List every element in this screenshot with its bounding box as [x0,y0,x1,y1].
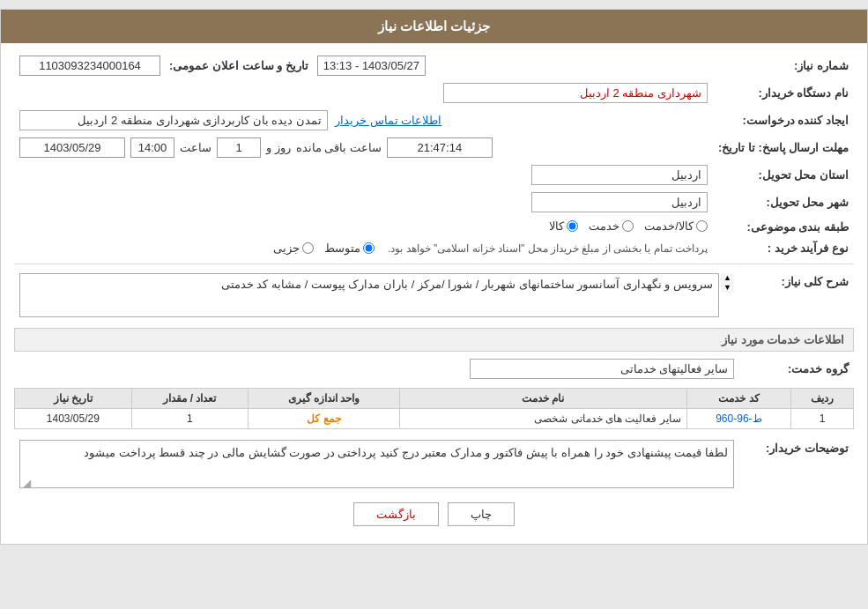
row-buyer-notes: توضیحات خریدار: لطفا قیمت پیشنهادی خود ر… [14,436,854,492]
response-remaining-value: 21:47:14 [387,137,493,158]
category-option-kala[interactable]: کالا [549,219,578,233]
purchase-type-radio-medium[interactable] [363,242,375,254]
category-radio-kala[interactable] [567,220,578,232]
services-table-header: ردیف کد خدمت نام خدمت واحد اندازه گیری ت… [15,389,854,409]
table-row: 1 ط-96-960 سایر فعالیت های خدماتی شخصی ج… [15,409,854,429]
purchase-type-note: پرداخت تمام یا بخشی از مبلغ خریداز محل "… [388,242,708,255]
category-radio-khadmat[interactable] [622,220,634,232]
col-name: نام خدمت [400,389,687,409]
purchase-type-row: پرداخت تمام یا بخشی از مبلغ خریداز محل "… [19,241,708,255]
response-day-label: روز و [266,141,291,154]
creator-value: تمدن دیده بان کاربردازی شهرداری منطقه 2 … [19,110,328,130]
services-table: ردیف کد خدمت نام خدمت واحد اندازه گیری ت… [14,388,854,429]
service-group-label: گروه خدمت: [739,355,854,382]
category-option-kala-khadmat[interactable]: کالا/خدمت [644,219,708,233]
purchase-type-radio-group: متوسط جزیی [273,241,375,255]
city-label: شهر محل تحویل: [713,189,854,216]
col-date: تاریخ نیاز [15,389,132,409]
scroll-up-arrow[interactable]: ▲ [721,273,734,283]
main-form-table: شماره نیاز: 1403/05/27 - 13:13 تاریخ و س… [14,52,854,258]
cell-date: 1403/05/29 [15,409,132,429]
need-desc-label: شرح کلی نیاز: [739,270,854,321]
cell-code: ط-96-960 [686,409,791,429]
buyer-notes-cell: لطفا قیمت پیشنهادی خود را همراه با پیش ف… [14,436,739,492]
category-radio-group: کالا/خدمت خدمت کالا [549,219,708,233]
service-group-table: گروه خدمت: سایر فعالیتهای خدماتی [14,355,854,382]
row-need-desc: شرح کلی نیاز: ▲ ▼ سرویس و نگهداری آسانسو… [14,270,854,321]
row-response-deadline: مهلت ارسال پاسخ: تا تاریخ: 21:47:14 ساعت… [14,134,854,161]
purchase-type-small-label: جزیی [273,241,300,255]
content-area: شماره نیاز: 1403/05/27 - 13:13 تاریخ و س… [1,43,867,544]
category-cell: کالا/خدمت خدمت کالا [14,216,713,238]
need-number-label: شماره نیاز: [713,52,854,79]
buyer-org-cell: شهرداری منطقه 2 اردبیل [14,79,713,107]
col-row: ردیف [791,389,854,409]
row-buyer-org: نام دستگاه خریدار: شهرداری منطقه 2 اردبی… [14,79,854,107]
buyer-notes-label: توضیحات خریدار: [739,436,854,492]
page-header: جزئیات اطلاعات نیاز [1,10,867,43]
desc-table: شرح کلی نیاز: ▲ ▼ سرویس و نگهداری آسانسو… [14,270,854,321]
row-service-group: گروه خدمت: سایر فعالیتهای خدماتی [14,355,854,382]
province-value: اردبیل [531,165,708,185]
purchase-type-medium[interactable]: متوسط [324,241,375,255]
need-desc-wrapper: ▲ ▼ سرویس و نگهداری آسانسور ساختمانهای ش… [19,273,734,317]
buyer-org-value: شهرداری منطقه 2 اردبیل [443,83,708,103]
category-label: طبقه بندی موضوعی: [713,216,854,238]
response-date-value: 1403/05/29 [19,137,125,158]
category-option-khadmat[interactable]: خدمت [589,219,634,233]
service-group-cell: سایر فعالیتهای خدماتی [14,355,739,382]
cell-row: 1 [791,409,854,429]
scroll-arrows-wrapper: ▲ ▼ [721,273,734,293]
response-deadline-cell: 21:47:14 ساعت باقی مانده روز و 1 ساعت 14… [14,134,713,161]
creator-cell: اطلاعات تماس خریدار تمدن دیده بان کاربرد… [14,107,713,134]
creator-label: ایجاد کننده درخواست: [713,107,854,134]
row-city: شهر محل تحویل: اردبیل [14,189,854,216]
cell-unit: جمع کل [249,409,400,429]
response-remaining-label: ساعت باقی مانده [296,141,382,154]
row-category: طبقه بندی موضوعی: کالا/خدمت خدمت [14,216,854,238]
row-need-number: شماره نیاز: 1403/05/27 - 13:13 تاریخ و س… [14,52,854,79]
need-number-cell: 1403/05/27 - 13:13 تاریخ و ساعت اعلان عم… [14,52,713,79]
buttons-row: چاپ بازگشت [14,502,854,526]
service-group-value: سایر فعالیتهای خدماتی [470,359,734,379]
col-qty: تعداد / مقدار [131,389,249,409]
creator-link[interactable]: اطلاعات تماس خریدار [335,114,441,127]
scroll-down-arrow[interactable]: ▼ [721,283,734,293]
announce-date-value: 1403/05/27 - 13:13 [317,56,426,76]
buyer-notes-text: لطفا قیمت پیشنهادی خود را همراه با پیش ف… [84,446,728,459]
purchase-type-radio-small[interactable] [302,242,314,254]
purchase-type-small[interactable]: جزیی [273,241,314,255]
province-label: استان محل تحویل: [713,161,854,189]
back-button[interactable]: بازگشت [353,502,439,526]
row-province: استان محل تحویل: اردبیل [14,161,854,189]
buyer-notes-table: توضیحات خریدار: لطفا قیمت پیشنهادی خود ر… [14,436,854,492]
service-info-header: اطلاعات خدمات مورد نیاز [14,328,854,352]
row-creator: ایجاد کننده درخواست: اطلاعات تماس خریدار… [14,107,854,134]
cell-name: سایر فعالیت های خدماتی شخصی [400,409,687,429]
need-desc-value: سرویس و نگهداری آسانسور ساختمانهای شهربا… [19,273,719,317]
purchase-type-medium-label: متوسط [324,241,360,255]
print-button[interactable]: چاپ [448,502,515,526]
divider-1 [14,264,854,264]
resize-handle[interactable]: ◢ [22,477,31,486]
category-kala-khadmat-label: کالا/خدمت [644,219,694,233]
category-kala-label: کالا [549,219,564,233]
response-deadline-label: مهلت ارسال پاسخ: تا تاریخ: [713,134,854,161]
row-purchase-type: نوع فرآیند خرید : پرداخت تمام یا بخشی از… [14,238,854,258]
province-cell: اردبیل [14,161,713,189]
col-code: کد خدمت [686,389,791,409]
purchase-type-label: نوع فرآیند خرید : [713,238,854,258]
purchase-type-cell: پرداخت تمام یا بخشی از مبلغ خریداز محل "… [14,238,713,258]
response-days-value: 1 [217,137,261,158]
cell-qty: 1 [131,409,249,429]
city-cell: اردبیل [14,189,713,216]
buyer-org-label: نام دستگاه خریدار: [713,79,854,107]
category-radio-kala-khadmat[interactable] [696,220,708,232]
response-time-value: 14:00 [130,137,174,158]
category-khadmat-label: خدمت [589,219,619,233]
city-value: اردبیل [531,192,708,212]
page-wrapper: جزئیات اطلاعات نیاز شماره نیاز: 1403/05/… [0,9,868,545]
page-title: جزئیات اطلاعات نیاز [378,19,490,33]
buyer-notes-value: لطفا قیمت پیشنهادی خود را همراه با پیش ف… [19,440,734,488]
announce-date-label: تاریخ و ساعت اعلان عمومی: [169,59,308,72]
